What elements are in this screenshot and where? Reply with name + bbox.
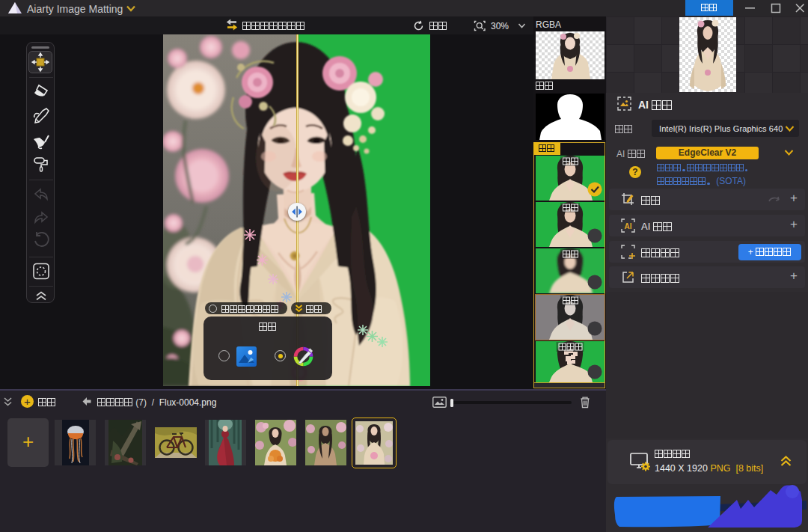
svg-text:AI: AI: [625, 222, 632, 230]
